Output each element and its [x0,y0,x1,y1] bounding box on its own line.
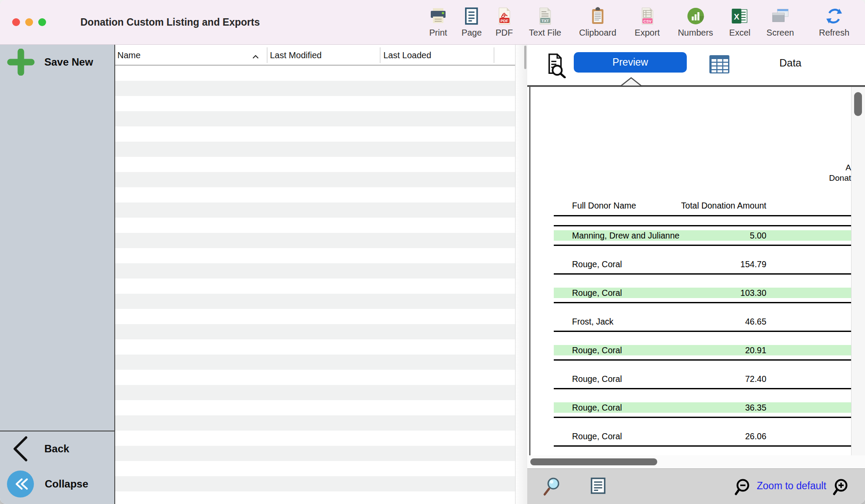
pdf-file-icon: PDF [495,6,514,27]
report-vertical-scrollbar-thumb[interactable] [854,92,862,116]
report-row: Frost, Jack 46.65 [527,307,851,336]
export-button[interactable]: CSV Export [635,6,660,38]
export-label: Export [635,28,660,38]
clipboard-label: Clipboard [579,28,616,38]
save-new-button[interactable]: Save New [0,47,114,77]
donation-amount-cell: 46.65 [636,316,766,327]
row-separator-rule [554,359,851,361]
row-separator-rule [554,245,851,246]
donor-name-cell: Frost, Jack [572,316,613,327]
save-new-label: Save New [44,56,93,68]
excel-button[interactable]: X Excel [729,6,751,38]
collapse-circle-icon [7,471,34,497]
preview-document-magnifier-icon [542,53,568,80]
report-title-line-1: A [738,162,851,173]
report-horizontal-scrollbar-thumb[interactable] [530,458,657,465]
report-vertical-scrollbar[interactable] [851,87,865,455]
window-title: Donation Custom Listing and Exports [80,0,260,45]
zoom-out-icon[interactable] [733,477,752,498]
donation-amount-cell: 20.91 [636,345,766,355]
txt-file-icon: TXT [536,6,555,27]
donor-name-cell: Rouge, Coral [572,431,622,441]
report-preview-viewport[interactable]: A Donat Full Donor Name Total Donation A… [527,87,851,455]
preview-tabbar: Preview Data [527,45,865,86]
listings-scrollbar-thumb[interactable] [524,46,526,69]
row-separator-rule [554,273,851,275]
fullscreen-window-button[interactable] [38,18,46,26]
chevron-left-icon [12,436,28,462]
svg-text:CSV: CSV [643,19,652,23]
column-divider[interactable] [267,47,267,63]
report-row: Rouge, Coral 154.79 [527,250,851,279]
text-file-button[interactable]: TXT Text File [529,6,561,38]
collapse-button[interactable]: Collapse [0,470,114,498]
numbers-label: Numbers [678,28,713,38]
page-button[interactable]: Page [462,6,482,38]
listings-scrollbar[interactable] [515,45,527,504]
report-header-rule [554,215,851,216]
text-file-label: Text File [529,28,561,38]
column-header-name[interactable]: Name [117,45,140,66]
donation-amount-cell: 103.30 [636,288,766,298]
zoom-to-default-link[interactable]: Zoom to default [757,480,826,492]
row-separator-rule [554,302,851,303]
listings-table-header: Name Last Modified Last Loaded [115,45,515,66]
page-icon [462,6,481,27]
donation-amount-cell: 5.00 [636,230,766,241]
screen-label: Screen [766,28,794,38]
column-header-last-loaded[interactable]: Last Loaded [383,45,431,66]
listings-pane: Name Last Modified Last Loaded [115,45,515,504]
report-row: Rouge, Coral 26.06 [527,422,851,451]
report-row: Rouge, Coral 20.91 [527,336,851,365]
column-divider[interactable] [494,47,494,63]
collapse-label: Collapse [45,478,88,490]
svg-text:X: X [734,12,740,21]
report-row: Rouge, Coral 72.40 [527,365,851,393]
report-column-header-amount: Total Donation Amount [636,201,766,211]
svg-text:TXT: TXT [542,19,549,23]
back-label: Back [44,443,69,455]
screen-icon [771,6,790,27]
pdf-label: PDF [496,28,513,38]
page-label: Page [462,28,482,38]
print-label: Print [429,28,447,38]
pdf-button[interactable]: PDF PDF [495,6,514,38]
sidebar-divider [0,431,114,431]
print-button[interactable]: Print [429,6,448,38]
listings-table-body-empty[interactable] [115,66,515,504]
sidebar: Save New Back Collapse [0,45,115,504]
back-button[interactable]: Back [0,435,114,463]
screen-button[interactable]: Screen [766,6,794,38]
row-separator-rule [554,445,851,447]
row-separator-rule [554,331,851,332]
tab-data[interactable]: Data [779,57,802,69]
donation-amount-cell: 26.06 [636,431,766,441]
zoom-in-icon[interactable] [832,477,851,498]
minimize-window-button[interactable] [25,18,33,26]
svg-text:PDF: PDF [501,19,509,23]
report-document-icon[interactable] [591,477,606,496]
data-grid-icon[interactable] [709,54,730,76]
numbers-button[interactable]: Numbers [678,6,713,38]
tab-preview[interactable]: Preview [574,52,687,73]
csv-file-icon: CSV [638,6,657,27]
refresh-icon [825,6,844,27]
donation-amount-cell: 72.40 [636,374,766,384]
clipboard-button[interactable]: Clipboard [579,6,616,38]
column-header-last-modified[interactable]: Last Modified [270,45,322,66]
window-controls [12,18,46,26]
refresh-button[interactable]: Refresh [819,6,849,38]
tab-preview-label: Preview [612,56,648,68]
column-divider[interactable] [380,47,380,63]
donation-amount-cell: 154.79 [636,259,766,269]
refresh-label: Refresh [819,28,849,38]
titlebar: Donation Custom Listing and Exports Prin… [0,0,865,45]
report-horizontal-scrollbar[interactable] [527,455,865,468]
report-title-line-2: Donat [738,173,851,183]
close-window-button[interactable] [12,18,20,26]
app-window: Donation Custom Listing and Exports Prin… [0,0,865,504]
donor-name-cell: Rouge, Coral [572,345,622,355]
search-magnifier-icon[interactable] [542,475,563,498]
report-row: Rouge, Coral 103.30 [527,279,851,307]
row-separator-rule [554,388,851,389]
